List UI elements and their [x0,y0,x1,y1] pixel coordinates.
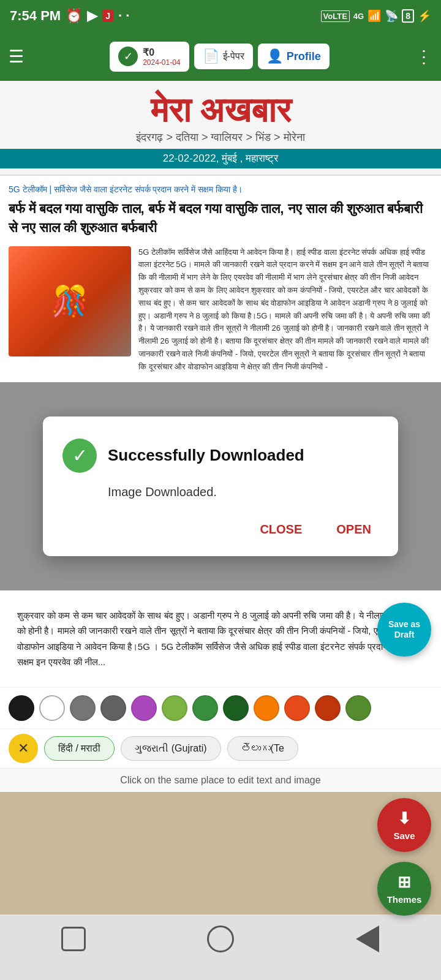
lower-article-section: शुक्रवार को कम से कम चार आवेदकों के साथ … [0,590,441,687]
color-swatch-2[interactable] [70,695,96,721]
home-icon [207,925,234,952]
check-circle: ✓ [118,47,138,66]
top-navigation: ☰ ✓ ₹0 2024-01-04 📄 ई-पेपर 👤 Profile ⋮ [0,32,441,81]
color-swatch-10[interactable] [315,695,341,721]
status-left: 7:54 PM ⏰ ▶ J · · [10,8,129,24]
hamburger-menu[interactable]: ☰ [9,47,24,67]
color-swatch-4[interactable] [131,695,157,721]
media-icon: ▶ [87,8,97,24]
fab-group: Save as Draft [377,603,431,657]
save-label: Save [393,831,415,841]
profile-button[interactable]: 👤 Profile [258,43,330,69]
epaper-icon: 📄 [203,48,219,64]
nav-center-group: ✓ ₹0 2024-01-04 📄 ई-पेपर 👤 Profile [110,42,330,72]
content-wrapper: मेरा अखबार इंदरगढ़ > दतिया > ग्वालियर > … [0,81,441,914]
more-options-icon[interactable]: ⋮ [415,47,432,67]
newspaper-subtitle: इंदरगढ़ > दतिया > ग्वालियर > भिंड > मोरे… [0,131,441,144]
epaper-label: ई-पेपर [223,51,244,62]
article-body: 5G टेलीकॉम सर्विसेज जैसे आहिंदया ने आवेद… [9,246,432,374]
download-dialog: ✓ Successfully Downloaded Image Download… [43,417,398,556]
color-swatch-6[interactable] [192,695,218,721]
article-image[interactable] [9,246,131,356]
bottom-navigation [0,914,441,963]
bottom-hint: Click on the same place to edit text and… [0,768,441,792]
themes-button[interactable]: ⊞ Themes [377,862,431,916]
color-palette [0,687,441,728]
article-headline[interactable]: बर्फ में बदल गया वासुकि ताल, बर्फ में बद… [9,200,432,238]
back-icon [356,925,379,952]
language-hindi-marathi[interactable]: हिंदी / मराठी [44,736,115,761]
dialog-buttons: CLOSE OPEN [62,518,379,541]
nav-back[interactable] [350,922,385,956]
recent-apps-icon [61,927,86,951]
alarm-icon: ⏰ [66,8,82,24]
nav-recent-apps[interactable] [56,922,91,956]
language-gujarati[interactable]: ગુજરાતી (Gujrati) [121,736,221,761]
status-time: 7:54 PM [10,8,61,24]
color-swatch-9[interactable] [284,695,310,721]
themes-label: Themes [387,894,422,905]
save-as-draft-button[interactable]: Save as Draft [377,603,431,657]
language-close-button[interactable]: ✕ [9,734,38,763]
save-button[interactable]: ⬇ Save [377,798,431,852]
status-bar: 7:54 PM ⏰ ▶ J · · VoLTE 4G 📶 📡 8 ⚡ [0,0,441,32]
save-icon: ⬇ [398,809,411,828]
color-swatch-1[interactable] [39,695,65,721]
article-area: 5G टेलीकॉम | सर्विसेज जैसे वाला इंटरनेट … [0,176,441,382]
date-button[interactable]: ✓ ₹0 2024-01-04 [110,42,189,72]
background-area: ⬇ Save ⊞ Themes [0,792,441,914]
date-text: ₹0 2024-01-04 [143,47,180,67]
color-swatch-7[interactable] [223,695,249,721]
epaper-button[interactable]: 📄 ई-पेपर [194,43,253,69]
bottom-fab-group: ⬇ Save ⊞ Themes [377,798,431,916]
checkmark-dialog-icon: ✓ [72,445,88,466]
wifi-icon: 📡 [385,9,398,23]
open-button[interactable]: OPEN [329,518,379,541]
article-tag: 5G टेलीकॉम | सर्विसेज जैसे वाला इंटरनेट … [9,184,432,195]
profile-label: Profile [287,50,321,63]
battery-level: 8 [405,11,410,21]
battery-indicator: 8 [402,9,414,23]
signal-icon: 📶 [368,9,381,23]
newspaper-header: मेरा अखबार इंदरगढ़ > दतिया > ग्वालियर > … [0,81,441,176]
themes-icon: ⊞ [398,873,411,892]
color-swatch-5[interactable] [162,695,187,721]
4g-icon: 4G [353,12,364,21]
color-swatch-11[interactable] [345,695,371,721]
dialog-title-row: ✓ Successfully Downloaded [62,439,379,473]
charging-icon: ⚡ [418,9,431,23]
checkmark-icon: ✓ [124,50,133,63]
article-text[interactable]: 5G टेलीकॉम सर्विसेज जैसे आहिंदया ने आवेद… [138,246,432,374]
app-icon: J [102,10,113,22]
volte-icon: VoLTE [321,10,350,22]
profile-icon: 👤 [266,48,283,64]
dialog-overlay: ✓ Successfully Downloaded Image Download… [0,382,441,590]
dialog-title: Successfully Downloaded [108,446,304,465]
dialog-message: Image Downloaded. [62,485,379,499]
color-swatch-3[interactable] [100,695,126,721]
newspaper-date-bar: 22-02-2022, मुंबई , महाराष्ट्र [0,149,441,168]
status-right: VoLTE 4G 📶 📡 8 ⚡ [321,9,431,23]
color-swatch-0[interactable] [9,695,34,721]
success-icon: ✓ [62,439,97,473]
lower-article-text[interactable]: शुक्रवार को कम से कम चार आवेदकों के साथ … [9,599,432,679]
language-telugu[interactable]: తెలుగు(Te [227,736,298,761]
language-bar: ✕ हिंदी / मराठी ગુજરાતી (Gujrati) తెలుగు… [0,728,441,768]
amount-label: ₹0 [143,47,180,58]
newspaper-title: मेरा अखबार [0,93,441,127]
close-button[interactable]: CLOSE [252,518,309,541]
nav-home[interactable] [203,922,238,956]
color-swatch-8[interactable] [254,695,279,721]
date-label: 2024-01-04 [143,58,180,67]
dots-icon: · · [118,8,129,24]
